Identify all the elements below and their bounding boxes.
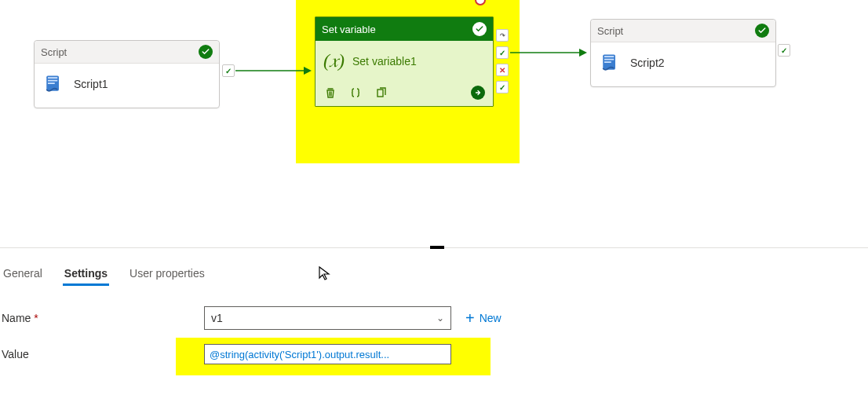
- copy-icon[interactable]: [374, 86, 388, 100]
- pipeline-canvas[interactable]: Script Script1 Set variable: [0, 0, 868, 247]
- script-icon: [599, 52, 621, 74]
- status-success-icon: [755, 24, 769, 38]
- svg-rect-1: [377, 90, 383, 97]
- new-variable-button[interactable]: + New: [465, 310, 501, 326]
- variable-fx-icon: (𝑥): [323, 50, 345, 71]
- activity-node-script1[interactable]: Script Script1: [34, 40, 220, 108]
- code-braces-icon[interactable]: [348, 86, 363, 100]
- value-expression-input[interactable]: @string(activity('Script1').output.resul…: [204, 344, 451, 364]
- status-success-icon: [199, 45, 213, 59]
- activity-type-label: Script: [41, 46, 67, 58]
- settings-form: Name * v1 ⌄ + New Value @string(activity…: [0, 306, 868, 379]
- name-select[interactable]: v1 ⌄: [204, 306, 451, 330]
- run-arrow-icon[interactable]: [471, 86, 485, 100]
- mouse-cursor-icon: [317, 265, 333, 281]
- output-port-success[interactable]: [778, 44, 790, 57]
- tab-user-properties[interactable]: User properties: [128, 262, 206, 284]
- output-port-success[interactable]: [222, 64, 235, 77]
- field-label-value: Value: [0, 348, 204, 360]
- activity-node-script2[interactable]: Script Script2: [590, 19, 776, 87]
- required-asterisk: *: [34, 312, 38, 324]
- output-port-completion[interactable]: [496, 81, 509, 93]
- chevron-down-icon: ⌄: [436, 313, 444, 324]
- resize-handle[interactable]: [430, 246, 444, 249]
- output-port-success[interactable]: [496, 46, 509, 59]
- plus-icon: +: [465, 310, 475, 326]
- properties-tabs: General Settings User properties: [0, 262, 206, 284]
- output-port-failure[interactable]: [496, 64, 509, 76]
- name-select-value: v1: [211, 312, 223, 324]
- status-success-icon: [472, 22, 487, 36]
- output-port-skip[interactable]: [496, 29, 509, 42]
- tab-settings[interactable]: Settings: [63, 262, 109, 284]
- delete-icon[interactable]: [323, 86, 337, 100]
- field-label-name: Name *: [0, 312, 204, 324]
- activity-node-setvariable[interactable]: Set variable (𝑥) Set variable1: [315, 16, 494, 107]
- script-icon: [42, 73, 64, 95]
- activity-name-label: Script2: [630, 57, 665, 69]
- activity-type-label: Script: [597, 25, 623, 37]
- activity-name-label: Script1: [74, 78, 108, 90]
- activity-name-label: Set variable1: [352, 55, 417, 68]
- tab-general[interactable]: General: [2, 262, 44, 284]
- value-expression-text: @string(activity('Script1').output.resul…: [210, 349, 389, 360]
- activity-type-label: Set variable: [322, 24, 376, 35]
